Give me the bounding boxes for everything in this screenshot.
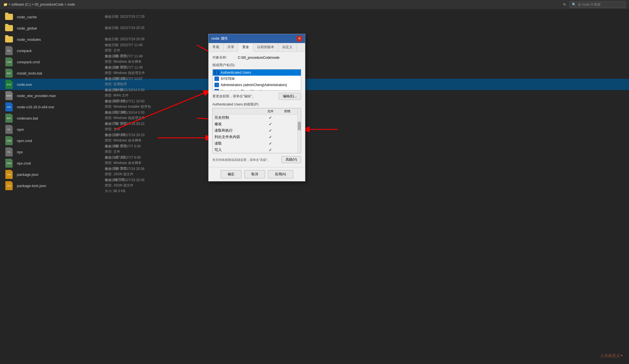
file-name: node_modules	[17, 37, 101, 42]
dialog-body: 对象名称: C:\00_procedureCode\node 组或用户名(G):…	[209, 52, 305, 167]
dialog-tab-4[interactable]: 自定义	[278, 43, 297, 51]
dialog-tab-2[interactable]: 安全	[238, 43, 253, 52]
group-label: 组或用户名(G):	[212, 63, 301, 68]
user-icon: 👤	[214, 70, 219, 75]
perm-name: 读取	[214, 141, 262, 146]
file-name: node_etw_provider.man	[17, 94, 101, 98]
file-name: npx.cmd	[17, 161, 101, 165]
dialog-title: node 属性	[211, 36, 228, 41]
file-meta: 修改日期: 2022/7/19 20:35	[105, 25, 624, 31]
cancel-button[interactable]: 取消	[244, 170, 265, 178]
file-icon	[5, 12, 14, 21]
edit-button[interactable]: 编辑(E)...	[279, 93, 301, 100]
file-icon: FIL	[5, 46, 14, 55]
file-name: node.exe	[17, 82, 101, 87]
perm-allow: ✓	[262, 148, 279, 152]
file-icon: MAN	[5, 91, 14, 100]
user-name: SYSTEM	[221, 77, 234, 81]
file-name: npm	[17, 127, 101, 132]
file-name: package-lock.json	[17, 184, 101, 188]
dialog-tab-3[interactable]: 以前的版本	[253, 43, 278, 51]
file-name: node_cache	[17, 15, 101, 19]
file-name: corepack.cmd	[17, 60, 101, 64]
dialog-tab-1[interactable]: 共享	[223, 43, 238, 51]
advanced-button[interactable]: 高级(V)	[281, 156, 301, 163]
user-item-3[interactable]: 👤Users (adminCheng\Users)	[213, 88, 301, 91]
perm-allow: ✓	[262, 135, 279, 139]
user-name: Users (adminCheng\Users)	[221, 89, 261, 91]
perm-name: 修改	[214, 122, 262, 127]
perm-row-3: 列出文件夹内容✓	[213, 134, 297, 140]
exe-icon: EXE	[5, 80, 13, 89]
man-icon: MAN	[5, 91, 13, 100]
list-item[interactable]: node_cache修改日期: 2022/7/19 17:29	[0, 11, 629, 23]
list-item[interactable]: JSOpackage-lock.json修改日期: 2022/7/19 20:3…	[0, 180, 629, 191]
user-icon: 👤	[214, 89, 219, 91]
folder-icon	[5, 25, 13, 31]
object-value: C:\00_procedureCode\node	[238, 56, 301, 60]
msi-icon: MSI	[5, 102, 13, 111]
apply-button[interactable]: 应用(A)	[268, 170, 293, 178]
file-name: nodevars.bat	[17, 116, 101, 120]
perm-rows: 完全控制✓修改✓读取和执行✓列出文件夹内容✓读取✓写入✓	[213, 114, 297, 153]
special-text: 有关特殊权限或高级设置，请单击"高级"。	[212, 158, 270, 162]
bat-icon: BAT	[5, 69, 13, 78]
watermark: 人生命意义✦	[600, 353, 623, 358]
perm-scrollbar[interactable]	[297, 108, 301, 153]
file-list: node_cache修改日期: 2022/7/19 17:29node_glob…	[0, 9, 629, 194]
file-icon: EXE	[5, 80, 14, 89]
user-name: Authenticated Users	[221, 71, 251, 75]
perm-header: 允许 拒绝	[213, 108, 297, 114]
perm-content: 允许 拒绝 完全控制✓修改✓读取和执行✓列出文件夹内容✓读取✓写入✓	[213, 108, 297, 153]
cmd-icon: CMD	[5, 57, 13, 66]
json-icon: JSO	[5, 170, 13, 179]
dialog-tab-0[interactable]: 常规	[209, 43, 223, 51]
file-meta: 修改日期: 2022/7/19 20:36	[105, 37, 624, 42]
file-meta: 修改日期: 2022/7/19 17:29	[105, 14, 624, 19]
refresh-icon[interactable]: ↻	[563, 3, 566, 6]
file-icon: FIL	[5, 125, 13, 134]
perm-col-allow: 允许	[262, 109, 279, 113]
search-icon: 🔍	[572, 3, 576, 6]
folder-icon	[5, 36, 13, 42]
folder-icon	[5, 14, 13, 20]
file-name: package.json	[17, 172, 101, 177]
json-icon: JSO	[5, 181, 13, 190]
perm-row-0: 完全控制✓	[213, 114, 297, 121]
file-icon: JSO	[5, 181, 14, 190]
breadcrumb-text: 📁 > software (C:) > 00_procedureCode > n…	[3, 3, 75, 6]
perm-allow: ✓	[262, 128, 279, 133]
perm-allow: ✓	[262, 141, 279, 146]
perm-allow: ✓	[262, 115, 279, 120]
perm-row-1: 修改✓	[213, 121, 297, 127]
explorer-window: 📁 > software (C:) > 00_procedureCode > n…	[0, 0, 629, 364]
permissions-section: Authenticated Users 的权限(P) 允许 拒绝 完全控制✓修改…	[212, 102, 301, 153]
list-item[interactable]: node_global修改日期: 2022/7/19 20:35	[0, 23, 629, 34]
search-placeholder: 在 node 中搜索	[578, 2, 601, 7]
user-item-2[interactable]: 👤Administrators (adminCheng\Administrato…	[213, 82, 301, 88]
close-button[interactable]: ✕	[297, 36, 302, 41]
perm-col-name	[214, 109, 262, 113]
user-list[interactable]: 👤Authenticated Users👤SYSTEM👤Administrato…	[212, 69, 301, 91]
search-box[interactable]: 🔍 在 node 中搜索	[569, 1, 626, 8]
file-name: corepack	[17, 49, 101, 53]
file-icon: CMD	[5, 159, 14, 168]
file-name: install_tools.bat	[17, 71, 101, 75]
perm-allow: ✓	[262, 122, 279, 126]
change-text: 要更改权限，请单击"编辑"。	[212, 94, 256, 99]
perm-name: 读取和执行	[214, 128, 262, 133]
user-name: Administrators (adminCheng\Administrator…	[221, 83, 287, 87]
file-icon: CMD	[5, 136, 14, 145]
perm-row-4: 读取✓	[213, 140, 297, 147]
file-icon: BAT	[5, 114, 14, 123]
user-item-1[interactable]: 👤SYSTEM	[213, 76, 301, 82]
file-name: npm.cmd	[17, 139, 101, 143]
ok-button[interactable]: 确定	[221, 170, 241, 178]
perm-name: 列出文件夹内容	[214, 134, 262, 140]
permissions-table: 允许 拒绝 完全控制✓修改✓读取和执行✓列出文件夹内容✓读取✓写入✓	[212, 108, 301, 153]
properties-dialog: node 属性 ✕ 常规共享安全以前的版本自定义 对象名称: C:\00_pro…	[208, 34, 305, 181]
user-item-0[interactable]: 👤Authenticated Users	[213, 69, 301, 76]
user-icon: 👤	[214, 77, 219, 81]
file-icon: FIL	[5, 147, 14, 156]
perm-row-2: 读取和执行✓	[213, 127, 297, 134]
